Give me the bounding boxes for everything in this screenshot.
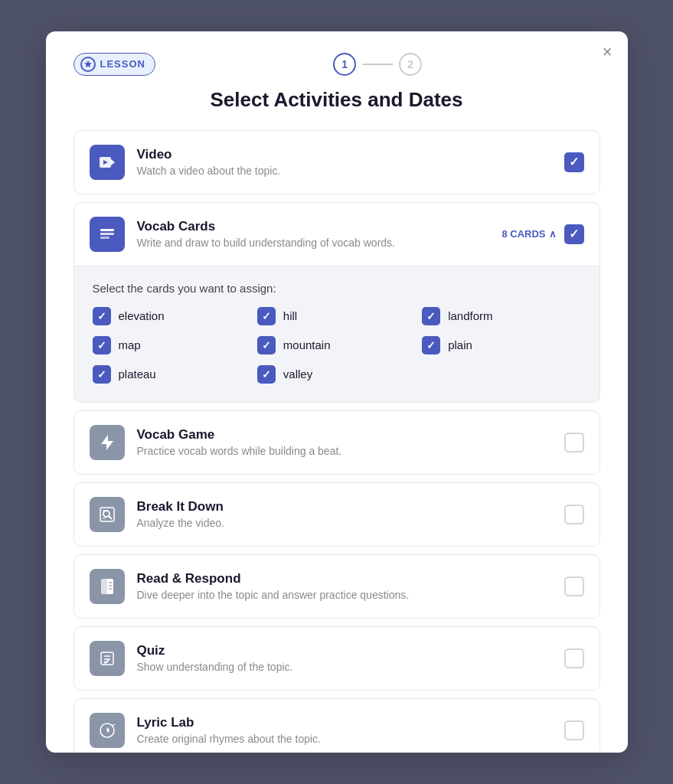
card-checkbox-plateau[interactable] — [93, 365, 111, 384]
card-item-plain: plain — [422, 336, 580, 354]
book-icon — [98, 577, 116, 596]
video-checkbox[interactable] — [564, 152, 584, 172]
svg-rect-8 — [100, 508, 114, 521]
vocab-game-icon-wrap — [90, 425, 125, 460]
quiz-checkbox[interactable] — [564, 648, 584, 668]
vocab-game-name: Vocab Game — [137, 427, 552, 443]
card-checkbox-mountain[interactable] — [257, 336, 276, 354]
activity-item-read-respond: Read & Respond Dive deeper into the topi… — [74, 554, 600, 619]
card-label-plateau: plateau — [119, 368, 156, 381]
card-label-mountain: mountain — [283, 338, 331, 351]
bolt-icon — [98, 433, 116, 452]
vocab-cards-icon-wrap — [90, 217, 125, 252]
step-2: 2 — [399, 53, 422, 76]
svg-line-10 — [109, 516, 112, 519]
step-indicator: 1 2 — [155, 53, 600, 76]
activity-item-video: Video Watch a video about the topic. — [74, 130, 600, 194]
read-respond-checkbox[interactable] — [564, 577, 584, 596]
card-item-valley: valley — [257, 365, 416, 384]
svg-rect-16 — [101, 652, 113, 665]
modal-title: Select Activities and Dates — [74, 88, 600, 112]
card-label-elevation: elevation — [119, 309, 165, 322]
cards-count-badge[interactable]: 8 CARDS ∧ — [501, 228, 556, 240]
video-name: Video — [137, 147, 552, 162]
cards-count-text: 8 CARDS — [501, 228, 545, 240]
activity-item-lyric-lab: Lyric Lab Create original rhymes about t… — [74, 698, 600, 753]
vocab-cards-icon — [98, 225, 116, 243]
card-checkbox-hill[interactable] — [257, 307, 276, 325]
music-icon — [98, 721, 116, 740]
step-line — [362, 64, 393, 65]
card-label-map: map — [119, 338, 141, 351]
card-item-elevation: elevation — [93, 307, 251, 325]
card-checkbox-landform[interactable] — [422, 307, 440, 325]
break-it-down-text: Break It Down Analyze the video. — [137, 499, 552, 529]
read-respond-desc: Dive deeper into the topic and answer pr… — [137, 589, 552, 601]
video-desc: Watch a video about the topic. — [137, 165, 552, 177]
video-icon-wrap — [90, 145, 125, 180]
svg-rect-5 — [100, 233, 114, 235]
vocab-cards-right: 8 CARDS ∧ — [501, 224, 583, 244]
card-label-hill: hill — [283, 309, 297, 322]
cards-grid: elevation hill landform map — [93, 307, 581, 384]
card-checkbox-plain[interactable] — [422, 336, 440, 354]
card-label-plain: plain — [448, 338, 472, 351]
activity-item-vocab-game: Vocab Game Practice vocab words while bu… — [74, 410, 600, 475]
modal-overlay: LESSON 1 2 × Select Activities and Dates — [0, 0, 673, 784]
card-label-valley: valley — [283, 368, 312, 381]
modal: LESSON 1 2 × Select Activities and Dates — [46, 31, 628, 753]
read-respond-right — [564, 577, 584, 596]
quiz-desc: Show understanding of the topic. — [137, 661, 552, 673]
activity-item-break-it-down: Break It Down Analyze the video. — [74, 482, 600, 547]
activity-item-quiz: Quiz Show understanding of the topic. — [74, 626, 600, 691]
lyric-lab-right — [564, 720, 584, 740]
card-checkbox-map[interactable] — [93, 336, 111, 354]
lyric-lab-name: Lyric Lab — [137, 715, 552, 730]
svg-rect-6 — [100, 237, 109, 239]
modal-header: LESSON 1 2 × — [74, 53, 600, 76]
cards-panel-title: Select the cards you want to assign: — [93, 282, 581, 295]
svg-marker-2 — [111, 159, 115, 165]
svg-point-9 — [103, 511, 109, 517]
card-item-landform: landform — [422, 307, 580, 325]
card-checkbox-valley[interactable] — [257, 365, 276, 384]
close-button[interactable]: × — [603, 44, 613, 60]
break-it-down-checkbox[interactable] — [564, 505, 584, 524]
vocab-game-right — [564, 433, 584, 452]
read-respond-icon-wrap — [90, 569, 125, 604]
lyric-lab-text: Lyric Lab Create original rhymes about t… — [137, 715, 552, 745]
card-label-landform: landform — [448, 309, 492, 322]
vocab-game-desc: Practice vocab words while building a be… — [137, 445, 552, 457]
video-icon — [98, 153, 116, 172]
card-item-mountain: mountain — [257, 336, 416, 354]
break-it-down-name: Break It Down — [137, 499, 552, 514]
lyric-lab-icon-wrap — [90, 713, 125, 748]
read-respond-name: Read & Respond — [137, 571, 552, 586]
read-respond-text: Read & Respond Dive deeper into the topi… — [137, 571, 552, 601]
card-item-map: map — [93, 336, 251, 354]
vocab-cards-desc: Write and draw to build understanding of… — [137, 237, 490, 249]
card-checkbox-elevation[interactable] — [93, 307, 111, 325]
quiz-icon-wrap — [90, 641, 125, 676]
card-item-hill: hill — [257, 307, 416, 325]
quiz-icon — [98, 649, 116, 668]
break-it-down-icon-wrap — [90, 497, 125, 532]
activity-list: Video Watch a video about the topic. — [74, 130, 600, 753]
lesson-badge: LESSON — [74, 53, 155, 76]
quiz-text: Quiz Show understanding of the topic. — [137, 643, 552, 673]
cards-panel: Select the cards you want to assign: ele… — [74, 266, 600, 403]
lesson-icon — [80, 57, 96, 72]
activity-item-vocab-cards: Vocab Cards Write and draw to build unde… — [74, 202, 600, 266]
chevron-up-icon: ∧ — [549, 228, 557, 240]
search-icon — [98, 505, 116, 524]
break-it-down-desc: Analyze the video. — [137, 517, 552, 529]
video-right — [564, 152, 584, 172]
lesson-badge-text: LESSON — [100, 58, 145, 70]
vocab-game-checkbox[interactable] — [564, 433, 584, 452]
lyric-lab-checkbox[interactable] — [564, 720, 584, 740]
svg-marker-7 — [101, 435, 113, 450]
card-item-plateau: plateau — [93, 365, 251, 384]
vocab-cards-text: Vocab Cards Write and draw to build unde… — [137, 219, 490, 249]
vocab-cards-checkbox[interactable] — [564, 224, 584, 244]
video-text: Video Watch a video about the topic. — [137, 147, 552, 177]
